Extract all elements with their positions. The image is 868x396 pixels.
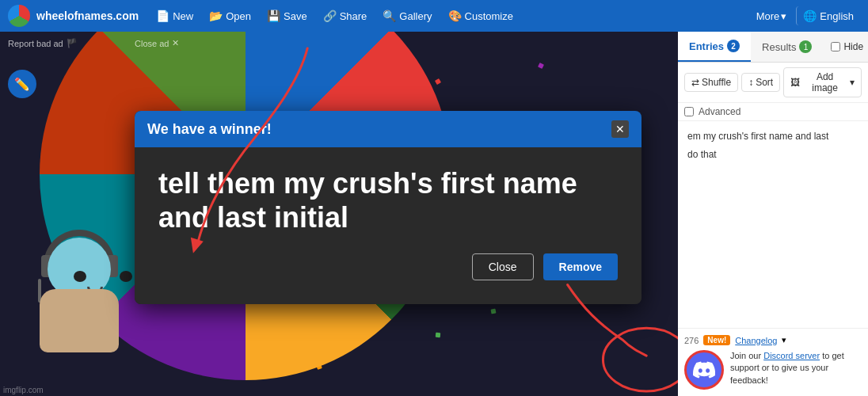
- discord-logo[interactable]: [684, 350, 724, 390]
- sidebar-tabs: Entries 2 Results 1 Hide: [678, 32, 868, 63]
- sidebar-toolbar: ⇄ Shuffle ↕ Sort 🖼 Add image ▾: [678, 63, 868, 103]
- report-ad-label[interactable]: Report bad ad 🏴: [8, 38, 78, 48]
- close-icon: ✕: [172, 38, 179, 48]
- version-number: 276: [684, 336, 699, 345]
- character-eyes: [74, 271, 132, 282]
- share-button[interactable]: 🔗 Share: [317, 6, 374, 25]
- open-button[interactable]: 📂 Open: [203, 6, 257, 25]
- gallery-icon: 🔍: [383, 10, 396, 22]
- discord-link[interactable]: Discord server: [763, 351, 820, 360]
- new-button[interactable]: 📄 New: [150, 6, 200, 25]
- hide-button[interactable]: Hide: [823, 32, 868, 62]
- new-icon: 📄: [156, 10, 169, 22]
- winner-result-text: tell them my crush's first name and last…: [158, 166, 618, 234]
- gallery-button[interactable]: 🔍 Gallery: [376, 6, 438, 25]
- customize-icon: 🎨: [448, 10, 462, 22]
- dialog-body: tell them my crush's first name and last…: [135, 147, 641, 304]
- shuffle-icon: ⇄: [691, 77, 699, 88]
- imgflip-watermark: imgflip.com: [3, 386, 44, 394]
- close-dialog-button[interactable]: Close: [472, 253, 534, 280]
- anime-character: [24, 222, 150, 396]
- save-button[interactable]: 💾 Save: [261, 6, 314, 25]
- flag-icon: 🏴: [67, 38, 78, 48]
- chevron-down-icon: ▾: [781, 10, 786, 22]
- hide-checkbox[interactable]: [831, 42, 840, 51]
- sidebar-footer: 276 New! Changelog ▾ Join our Discord se…: [678, 328, 868, 396]
- chevron-down-icon: ▾: [850, 77, 855, 88]
- left-eye: [74, 271, 86, 282]
- edit-pencil-button[interactable]: ✏️: [8, 70, 36, 98]
- language-button[interactable]: 🌐 English: [796, 6, 860, 25]
- character-body: [24, 222, 135, 364]
- more-button[interactable]: More ▾: [750, 7, 794, 25]
- character-torso: [40, 289, 119, 352]
- sort-icon: ↕: [748, 77, 753, 88]
- version-row: 276 New! Changelog ▾: [684, 335, 862, 345]
- dialog-actions: Close Remove: [158, 253, 618, 280]
- entries-count-badge: 2: [727, 40, 740, 52]
- results-count-badge: 1: [799, 40, 812, 53]
- image-icon: 🖼: [790, 77, 800, 88]
- entries-list: em my crush's first name and last do tha…: [678, 121, 868, 328]
- customize-button[interactable]: 🎨 Customize: [442, 6, 520, 25]
- tab-results[interactable]: Results 1: [751, 32, 823, 62]
- add-image-button[interactable]: 🖼 Add image ▾: [783, 67, 862, 97]
- remove-button[interactable]: Remove: [543, 253, 618, 280]
- sidebar: Entries 2 Results 1 Hide ⇄ Shuffle ↕ Sor…: [678, 32, 868, 396]
- wheel-area: Report bad ad 🏴 Close ad ✕ We have a win…: [0, 32, 678, 396]
- open-icon: 📂: [209, 10, 223, 22]
- right-eye: [120, 271, 132, 282]
- shuffle-button[interactable]: ⇄ Shuffle: [684, 73, 738, 92]
- tab-entries[interactable]: Entries 2: [678, 32, 751, 62]
- logo-text: wheelofnames.com: [36, 10, 139, 22]
- save-icon: 💾: [267, 10, 280, 22]
- sort-button[interactable]: ↕ Sort: [741, 73, 780, 92]
- navbar: wheelofnames.com 📄 New 📂 Open 💾 Save 🔗 S…: [0, 0, 868, 32]
- logo-icon: [8, 5, 30, 27]
- dialog-close-button[interactable]: ✕: [611, 120, 629, 138]
- new-badge: New!: [703, 335, 730, 345]
- dialog-title: We have a winner!: [147, 121, 272, 138]
- winner-dialog: We have a winner! ✕ tell them my crush's…: [135, 111, 641, 304]
- advanced-row: Advanced: [678, 103, 868, 121]
- main-area: ✏️: [0, 32, 868, 396]
- globe-icon: 🌐: [803, 10, 817, 22]
- chevron-down-icon[interactable]: ▾: [782, 335, 786, 345]
- discord-section: Join our Discord server to get support o…: [684, 350, 862, 390]
- character-head: [48, 238, 111, 297]
- discord-text: Join our Discord server to get support o…: [730, 350, 862, 386]
- share-icon: 🔗: [323, 10, 337, 22]
- advanced-checkbox[interactable]: [684, 107, 694, 116]
- list-item: do that: [684, 146, 862, 164]
- changelog-link[interactable]: Changelog: [735, 336, 777, 345]
- list-item: em my crush's first name and last: [684, 128, 862, 146]
- logo[interactable]: wheelofnames.com: [8, 5, 139, 27]
- dialog-header: We have a winner! ✕: [135, 111, 641, 147]
- close-ad-label[interactable]: Close ad ✕: [135, 38, 179, 48]
